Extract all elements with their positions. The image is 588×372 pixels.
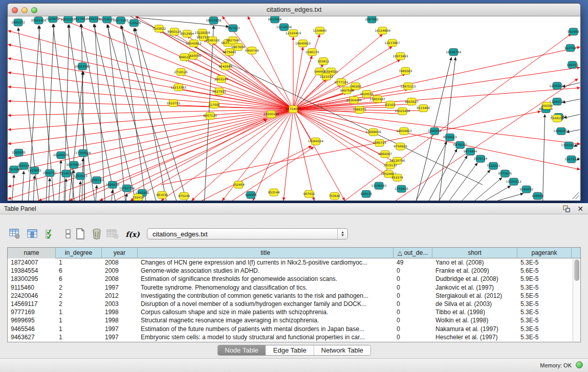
graph-node[interactable]: 1248155 [550,115,564,122]
table-row[interactable]: 1938455462009Genome-wide association stu… [8,267,580,275]
network-canvas[interactable]: 1872400718300295193845542405572306914061… [8,16,580,201]
table-cell[interactable]: 9777169 [8,308,56,316]
table-cell[interactable]: 2003 [102,300,138,308]
table-cell[interactable]: 0 [394,267,432,275]
graph-node[interactable]: 30691406 [31,17,47,24]
graph-node[interactable]: 1154840 [313,27,327,34]
graph-node[interactable]: 2942757 [43,169,57,177]
table-cell[interactable]: Embryonic stem cells: a model to study s… [138,333,394,341]
column-header-in_degree[interactable]: in_degree [56,248,102,258]
table-cell[interactable]: 2 [56,300,102,308]
column-header-short[interactable]: short [432,248,517,258]
graph-node[interactable]: 10807487 [369,96,385,103]
table-row[interactable]: 1830029562008Estimation of significance … [8,275,580,283]
table-cell[interactable]: Estimation of the future numbers of pati… [138,325,394,333]
table-cell[interactable]: 2008 [102,275,138,283]
graph-node[interactable]: 951858 [568,28,579,35]
graph-node[interactable]: 967932 [303,190,315,198]
graph-node[interactable]: 1880724 [373,139,386,146]
table-cell[interactable]: Tourette syndrome. Phenomenology and cla… [138,283,394,292]
table-row[interactable]: 946362711997Embryonic stem cells: a mode… [8,333,580,341]
table-cell[interactable]: 0 [394,333,432,341]
graph-node[interactable]: 875249 [178,192,190,200]
table-cell[interactable]: 18724007 [8,258,56,267]
table-cell[interactable]: 1998 [102,316,138,324]
graph-node[interactable]: 10973493 [393,53,408,60]
select-rows-icon[interactable] [44,227,57,242]
graph-node[interactable]: 8960128 [167,28,181,35]
table-cell[interactable]: 1998 [102,308,138,316]
graph-node[interactable]: 18640910 [295,40,311,47]
select-columns-icon[interactable] [26,227,39,242]
table-cell[interactable]: 2 [56,283,102,292]
delete-table-icon[interactable] [90,227,103,242]
graph-node[interactable]: 924565 [532,192,543,200]
graph-node[interactable]: 62160 [385,101,395,108]
table-cell[interactable]: 5.5E-5 [517,292,572,300]
graph-node[interactable]: 117006 [208,101,220,108]
column-header-year[interactable]: year [102,248,138,258]
tab-network-table[interactable]: Network Table [314,345,371,355]
table-cell[interactable]: Investigating the contribution of common… [138,292,394,300]
table-cell[interactable]: Franke et al. (2009) [432,267,517,275]
graph-node[interactable]: 1215682 [28,167,41,174]
graph-node[interactable]: 7632621 [487,162,500,169]
graph-node[interactable]: 2884067 [378,150,392,158]
table-settings-icon[interactable] [8,227,21,242]
graph-node[interactable]: 899012 [179,54,190,61]
float-panel-icon[interactable] [563,205,571,212]
graph-node[interactable]: 19892971 [553,127,569,135]
graph-node[interactable]: 2718126 [174,69,188,76]
column-header-title[interactable]: title [138,248,394,258]
table-cell[interactable]: 14569117 [8,300,56,308]
graph-node[interactable]: 924505 [245,191,257,199]
table-cell[interactable]: 1 [56,258,102,267]
table-cell[interactable]: Nakamura et al. (1997) [432,325,517,333]
graph-node[interactable]: 752464 [233,181,245,188]
table-cell[interactable]: Stergiakouli et al. (2012) [432,292,517,300]
import-table-icon[interactable] [106,227,119,242]
table-cell[interactable]: 2 [56,292,102,300]
table-row[interactable]: 969969511998Structural magnetic resonanc… [8,316,580,324]
graph-node[interactable]: 20206576 [53,151,69,159]
graph-node[interactable]: 2935114 [474,155,488,162]
graph-node[interactable]: 19218506 [276,24,292,31]
graph-node[interactable]: 159384 [541,102,553,110]
graph-node[interactable]: 961639 [156,191,168,199]
table-cell[interactable]: 49 [394,258,432,267]
table-cell[interactable]: Changes of HCN gene expression and I(f) … [138,258,394,267]
table-cell[interactable]: 0 [394,300,432,308]
table-row[interactable]: 2242004622012Investigating the contribut… [8,292,580,300]
table-cell[interactable]: Wolkin et al. (1998) [432,316,517,324]
tab-node-table[interactable]: Node Table [217,345,266,355]
table-cell[interactable]: 2012 [102,292,138,300]
graph-node[interactable]: 146103 [567,61,578,69]
graph-node[interactable]: 9756928 [394,143,407,150]
graph-node[interactable]: 8912954 [180,30,194,37]
graph-node[interactable]: 8938923 [443,134,457,141]
graph-node[interactable]: 10654112 [506,178,522,185]
table-cell[interactable]: 5.6E-5 [517,267,572,275]
graph-node[interactable]: 16648784 [446,49,462,56]
table-cell[interactable]: 2008 [102,258,138,267]
memory-ok-indicator[interactable] [576,361,583,368]
table-cell[interactable]: 5.3E-5 [517,333,572,341]
table-cell[interactable]: 5.3E-5 [517,316,572,324]
graph-node[interactable]: 17016504 [561,142,577,149]
graph-node[interactable]: 15136141 [371,182,387,189]
graph-node[interactable]: 1214519 [59,170,73,177]
table-cell[interactable]: 9465546 [8,325,56,333]
graph-node[interactable]: 252274 [391,174,403,181]
table-cell[interactable]: 9699695 [8,316,56,324]
graph-node[interactable]: 29053346 [75,63,91,70]
graph-node[interactable]: 9245652 [519,186,533,193]
table-cell[interactable]: 2009 [102,267,138,275]
table-row[interactable]: 977716911998Corpus callosum shape and si… [8,308,580,316]
graph-node[interactable]: 2405572 [11,19,25,26]
create-table-icon[interactable] [74,227,87,242]
graph-node[interactable]: 1527602 [74,16,88,23]
table-cell[interactable]: 0 [394,325,432,333]
table-cell[interactable]: 5.3E-5 [517,283,572,292]
function-builder-icon[interactable]: f(x) [124,227,141,242]
row-height-icon[interactable] [61,227,75,242]
